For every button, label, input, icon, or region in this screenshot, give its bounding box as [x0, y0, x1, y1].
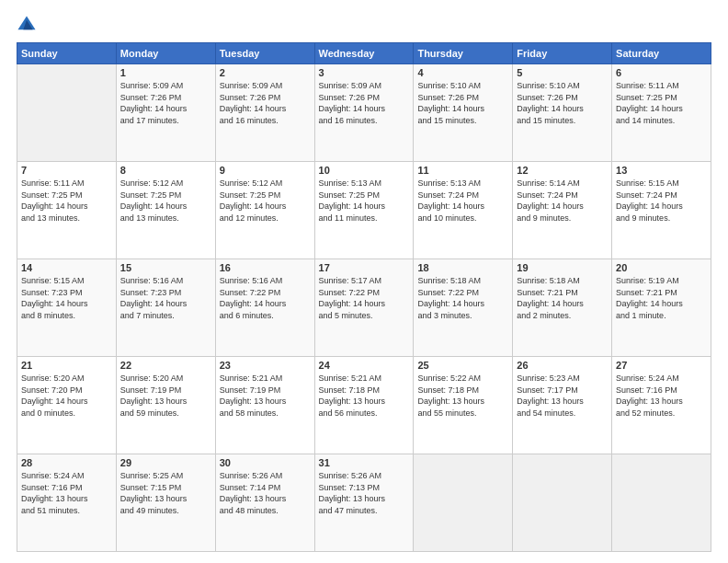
calendar-cell [612, 454, 711, 552]
cell-info: Sunrise: 5:10 AMSunset: 7:26 PMDaylight:… [517, 80, 608, 126]
cell-day-number: 3 [319, 67, 410, 78]
cell-info: Sunrise: 5:15 AMSunset: 7:24 PMDaylight:… [616, 178, 707, 224]
logo [17, 15, 40, 35]
calendar-cell: 1Sunrise: 5:09 AMSunset: 7:26 PMDaylight… [116, 64, 215, 162]
cell-info: Sunrise: 5:22 AMSunset: 7:18 PMDaylight:… [417, 373, 508, 419]
column-header-monday: Monday [116, 43, 215, 64]
cell-info: Sunrise: 5:11 AMSunset: 7:25 PMDaylight:… [616, 80, 707, 126]
cell-day-number: 8 [120, 165, 211, 176]
cell-day-number: 18 [417, 262, 508, 273]
cell-info: Sunrise: 5:17 AMSunset: 7:22 PMDaylight:… [319, 275, 410, 321]
cell-day-number: 4 [417, 67, 508, 78]
cell-day-number: 17 [319, 262, 410, 273]
cell-day-number: 25 [417, 360, 508, 371]
cell-info: Sunrise: 5:09 AMSunset: 7:26 PMDaylight:… [220, 80, 311, 126]
cell-day-number: 21 [21, 360, 112, 371]
calendar-cell: 7Sunrise: 5:11 AMSunset: 7:25 PMDaylight… [17, 162, 117, 259]
cell-day-number: 30 [220, 457, 311, 468]
calendar-cell: 3Sunrise: 5:09 AMSunset: 7:26 PMDaylight… [314, 64, 414, 162]
calendar-cell: 26Sunrise: 5:23 AMSunset: 7:17 PMDayligh… [513, 357, 612, 454]
cell-day-number: 10 [319, 165, 410, 176]
calendar-cell: 2Sunrise: 5:09 AMSunset: 7:26 PMDaylight… [215, 64, 314, 162]
cell-info: Sunrise: 5:26 AMSunset: 7:14 PMDaylight:… [220, 470, 311, 516]
cell-info: Sunrise: 5:18 AMSunset: 7:21 PMDaylight:… [517, 275, 608, 321]
column-header-tuesday: Tuesday [215, 43, 314, 64]
calendar-cell: 6Sunrise: 5:11 AMSunset: 7:25 PMDaylight… [612, 64, 711, 162]
cell-info: Sunrise: 5:16 AMSunset: 7:22 PMDaylight:… [220, 275, 311, 321]
cell-day-number: 14 [21, 262, 112, 273]
calendar-week-5: 28Sunrise: 5:24 AMSunset: 7:16 PMDayligh… [17, 454, 711, 552]
calendar-cell: 11Sunrise: 5:13 AMSunset: 7:24 PMDayligh… [414, 162, 513, 259]
cell-info: Sunrise: 5:12 AMSunset: 7:25 PMDaylight:… [220, 178, 311, 224]
cell-day-number: 9 [220, 165, 311, 176]
calendar-cell: 31Sunrise: 5:26 AMSunset: 7:13 PMDayligh… [314, 454, 414, 552]
cell-day-number: 5 [517, 67, 608, 78]
cell-info: Sunrise: 5:26 AMSunset: 7:13 PMDaylight:… [319, 470, 410, 516]
calendar-week-3: 14Sunrise: 5:15 AMSunset: 7:23 PMDayligh… [17, 259, 711, 357]
cell-day-number: 12 [517, 165, 608, 176]
cell-info: Sunrise: 5:15 AMSunset: 7:23 PMDaylight:… [21, 275, 112, 321]
column-header-saturday: Saturday [612, 43, 711, 64]
calendar-week-2: 7Sunrise: 5:11 AMSunset: 7:25 PMDaylight… [17, 162, 711, 259]
calendar-cell: 18Sunrise: 5:18 AMSunset: 7:22 PMDayligh… [414, 259, 513, 357]
cell-info: Sunrise: 5:16 AMSunset: 7:23 PMDaylight:… [120, 275, 211, 321]
cell-info: Sunrise: 5:21 AMSunset: 7:18 PMDaylight:… [319, 373, 410, 419]
calendar-cell: 17Sunrise: 5:17 AMSunset: 7:22 PMDayligh… [314, 259, 414, 357]
calendar-cell: 28Sunrise: 5:24 AMSunset: 7:16 PMDayligh… [17, 454, 117, 552]
cell-day-number: 11 [417, 165, 508, 176]
calendar-week-1: 1Sunrise: 5:09 AMSunset: 7:26 PMDaylight… [17, 64, 711, 162]
cell-day-number: 16 [220, 262, 311, 273]
calendar-cell: 25Sunrise: 5:22 AMSunset: 7:18 PMDayligh… [414, 357, 513, 454]
cell-day-number: 29 [120, 457, 211, 468]
column-header-wednesday: Wednesday [314, 43, 414, 64]
cell-day-number: 22 [120, 360, 211, 371]
cell-info: Sunrise: 5:25 AMSunset: 7:15 PMDaylight:… [120, 470, 211, 516]
calendar-cell: 24Sunrise: 5:21 AMSunset: 7:18 PMDayligh… [314, 357, 414, 454]
calendar-cell [414, 454, 513, 552]
cell-info: Sunrise: 5:24 AMSunset: 7:16 PMDaylight:… [616, 373, 707, 419]
cell-info: Sunrise: 5:18 AMSunset: 7:22 PMDaylight:… [417, 275, 508, 321]
calendar-header-row: SundayMondayTuesdayWednesdayThursdayFrid… [17, 43, 711, 64]
cell-info: Sunrise: 5:20 AMSunset: 7:19 PMDaylight:… [120, 373, 211, 419]
calendar-cell [17, 64, 117, 162]
cell-day-number: 1 [120, 67, 211, 78]
calendar-cell: 8Sunrise: 5:12 AMSunset: 7:25 PMDaylight… [116, 162, 215, 259]
calendar-cell: 12Sunrise: 5:14 AMSunset: 7:24 PMDayligh… [513, 162, 612, 259]
calendar-cell: 29Sunrise: 5:25 AMSunset: 7:15 PMDayligh… [116, 454, 215, 552]
calendar-cell: 21Sunrise: 5:20 AMSunset: 7:20 PMDayligh… [17, 357, 117, 454]
cell-info: Sunrise: 5:13 AMSunset: 7:24 PMDaylight:… [417, 178, 508, 224]
calendar-cell: 15Sunrise: 5:16 AMSunset: 7:23 PMDayligh… [116, 259, 215, 357]
calendar-cell: 27Sunrise: 5:24 AMSunset: 7:16 PMDayligh… [612, 357, 711, 454]
cell-day-number: 24 [319, 360, 410, 371]
calendar-cell: 19Sunrise: 5:18 AMSunset: 7:21 PMDayligh… [513, 259, 612, 357]
cell-info: Sunrise: 5:21 AMSunset: 7:19 PMDaylight:… [220, 373, 311, 419]
cell-info: Sunrise: 5:09 AMSunset: 7:26 PMDaylight:… [120, 80, 211, 126]
cell-day-number: 26 [517, 360, 608, 371]
cell-day-number: 2 [220, 67, 311, 78]
cell-day-number: 7 [21, 165, 112, 176]
header [17, 15, 711, 35]
column-header-friday: Friday [513, 43, 612, 64]
cell-day-number: 23 [220, 360, 311, 371]
cell-info: Sunrise: 5:14 AMSunset: 7:24 PMDaylight:… [517, 178, 608, 224]
cell-info: Sunrise: 5:09 AMSunset: 7:26 PMDaylight:… [319, 80, 410, 126]
calendar-cell: 4Sunrise: 5:10 AMSunset: 7:26 PMDaylight… [414, 64, 513, 162]
calendar-cell: 13Sunrise: 5:15 AMSunset: 7:24 PMDayligh… [612, 162, 711, 259]
calendar-cell: 16Sunrise: 5:16 AMSunset: 7:22 PMDayligh… [215, 259, 314, 357]
cell-info: Sunrise: 5:13 AMSunset: 7:25 PMDaylight:… [319, 178, 410, 224]
column-header-thursday: Thursday [414, 43, 513, 64]
cell-day-number: 19 [517, 262, 608, 273]
cell-day-number: 20 [616, 262, 707, 273]
cell-info: Sunrise: 5:23 AMSunset: 7:17 PMDaylight:… [517, 373, 608, 419]
cell-info: Sunrise: 5:10 AMSunset: 7:26 PMDaylight:… [417, 80, 508, 126]
cell-info: Sunrise: 5:19 AMSunset: 7:21 PMDaylight:… [616, 275, 707, 321]
calendar-cell: 23Sunrise: 5:21 AMSunset: 7:19 PMDayligh… [215, 357, 314, 454]
calendar-table: SundayMondayTuesdayWednesdayThursdayFrid… [17, 42, 711, 552]
cell-day-number: 15 [120, 262, 211, 273]
logo-icon [17, 15, 37, 35]
calendar-cell: 20Sunrise: 5:19 AMSunset: 7:21 PMDayligh… [612, 259, 711, 357]
calendar-cell: 30Sunrise: 5:26 AMSunset: 7:14 PMDayligh… [215, 454, 314, 552]
cell-day-number: 6 [616, 67, 707, 78]
calendar-cell [513, 454, 612, 552]
cell-info: Sunrise: 5:20 AMSunset: 7:20 PMDaylight:… [21, 373, 112, 419]
